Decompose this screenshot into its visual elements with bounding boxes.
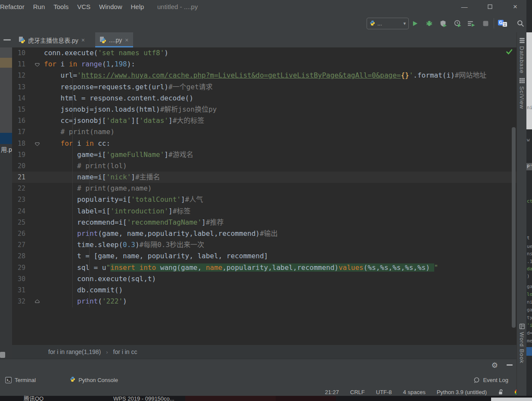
code-line-27[interactable]: 27 time.sleep(0.3)#每隔0.3秒出来一次 <box>12 239 516 251</box>
menu-vcs[interactable]: VCS <box>73 0 95 14</box>
code-text[interactable]: # print(game,name) <box>44 183 152 194</box>
code-text[interactable]: # print(name) <box>44 126 115 138</box>
code-text[interactable]: name=i['nick']#主播名 <box>44 172 160 183</box>
code-line-13[interactable]: 13 response=requests.get(url)#一个get请求 <box>12 81 516 93</box>
code-text[interactable]: sql = u"insert into wang(game, name,popu… <box>44 262 438 273</box>
stripe-button-sciview[interactable]: SciView <box>517 78 527 109</box>
gutter-spacer <box>25 194 44 205</box>
code-text[interactable]: for i in cc: <box>44 138 110 149</box>
code-line-18[interactable]: 18 for i in cc: <box>12 138 516 149</box>
stop-button[interactable] <box>481 19 490 28</box>
menu-run[interactable]: Run <box>29 0 50 14</box>
code-line-32[interactable]: 32 print('222') <box>12 296 516 307</box>
code-line-25[interactable]: 25 recommend=i['recommendTagName']#推荐 <box>12 217 516 228</box>
code-text[interactable]: print(game, name,popularity,label,recomm… <box>44 228 278 239</box>
hide-panel-icon[interactable] <box>507 364 513 366</box>
code-text[interactable]: html = response.content.decode() <box>44 93 193 104</box>
code-line-31[interactable]: 31 db.commit() <box>12 285 516 296</box>
code-text[interactable]: url='https://www.huya.com/cache.php?m=Li… <box>44 70 486 81</box>
translate-button[interactable]: G 文 <box>498 19 508 28</box>
background-window-right-sliver: niswP'cttuens.1da)galonigaty'id=me <box>526 0 532 401</box>
code-text[interactable]: print('222') <box>44 296 127 307</box>
tool-window-terminal[interactable]: Terminal <box>0 372 41 388</box>
run-button[interactable] <box>411 19 419 28</box>
fold-arrow-down-icon[interactable] <box>25 138 44 149</box>
editor-scrollbar[interactable] <box>512 127 516 328</box>
code-text[interactable]: recommend=i['recommendTagName']#推荐 <box>44 217 224 228</box>
tool-window-python-console[interactable]: Python Console <box>65 372 123 388</box>
status-indent[interactable]: 4 spaces <box>403 389 426 395</box>
code-line-17[interactable]: 17 # print(name) <box>12 126 516 138</box>
code-text[interactable]: popularity=i['totalCount']#人气 <box>44 194 203 205</box>
code-text[interactable]: time.sleep(0.3)#每隔0.3秒出来一次 <box>44 239 204 251</box>
tab-close-icon[interactable]: × <box>81 37 85 43</box>
stripe-button-word-book[interactable]: Word Book <box>517 323 527 363</box>
background-tab-fragment: 用.p <box>1 145 12 154</box>
run-concurrency-button[interactable] <box>467 19 476 28</box>
debug-button[interactable] <box>425 19 433 28</box>
stripe-button-database[interactable]: Database <box>517 38 527 74</box>
code-line-29[interactable]: 29 sql = u"insert into wang(game, name,p… <box>12 262 516 273</box>
code-line-26[interactable]: 26 print(game, name,popularity,label,rec… <box>12 228 516 239</box>
code-line-30[interactable]: 30 conn.execute(sql,t) <box>12 273 516 285</box>
run-configuration-select[interactable]: ... ▾ <box>367 18 409 29</box>
code-line-16[interactable]: 16 cc=jsonobj['data']['datas']#大的标签 <box>12 115 516 126</box>
code-line-20[interactable]: 20 # print(lol) <box>12 160 516 172</box>
code-text[interactable]: conn.execute(sql,t) <box>44 273 156 285</box>
status-interpreter[interactable]: Python 3.9 (untitled) <box>437 389 487 395</box>
status-line-separator[interactable]: CRLF <box>350 389 365 395</box>
search-everywhere-button[interactable] <box>516 19 525 28</box>
close-button[interactable]: × <box>505 0 525 13</box>
code-line-23[interactable]: 23 popularity=i['totalCount']#人气 <box>12 194 516 205</box>
line-number: 27 <box>12 239 25 251</box>
code-line-15[interactable]: 15 jsonobj=json.loads(html)#解析json换位py <box>12 104 516 115</box>
minimize-button[interactable]: — <box>454 0 474 13</box>
code-text[interactable]: jsonobj=json.loads(html)#解析json换位py <box>44 104 217 115</box>
code-line-19[interactable]: 19 game=i['gameFullName']#游戏名 <box>12 149 516 160</box>
taskbar-item-qq[interactable]: 腾讯QQ <box>24 396 44 401</box>
code-line-10[interactable]: 10conn.execute('set names utf8') <box>12 47 516 59</box>
code-text[interactable]: # print(lol) <box>44 160 127 172</box>
code-text[interactable]: game=i['gameFullName']#游戏名 <box>44 149 193 160</box>
event-log-button[interactable]: Event Log <box>468 372 513 388</box>
profiler-button[interactable] <box>453 19 462 28</box>
code-line-11[interactable]: 11for i in range(1,198): <box>12 59 516 70</box>
code-line-24[interactable]: 24 label=i['introduction']#标签 <box>12 206 516 217</box>
fold-arrow-up-icon[interactable] <box>25 296 44 307</box>
menu-refactor[interactable]: Refactor <box>0 0 29 14</box>
gear-icon[interactable]: ⚙ <box>492 361 498 370</box>
python-logo-icon <box>70 376 75 383</box>
code-editor[interactable]: 10conn.execute('set names utf8')11for i … <box>12 47 516 345</box>
menu-help[interactable]: Help <box>126 0 148 14</box>
code-text[interactable]: t = [game, name, popularity, label, reco… <box>44 251 268 262</box>
breadcrumb-item[interactable]: for i in range(1,198) <box>48 348 101 355</box>
code-text[interactable]: cc=jsonobj['data']['datas']#大的标签 <box>44 115 204 126</box>
tab-close-icon[interactable]: × <box>125 37 128 43</box>
run-with-coverage-button[interactable] <box>439 19 448 28</box>
gutter-spacer <box>25 126 44 138</box>
breadcrumb-item[interactable]: for i in cc <box>113 348 137 355</box>
code-line-21[interactable]: 21 name=i['nick']#主播名 <box>12 172 516 183</box>
lock-icon[interactable] <box>498 389 504 395</box>
line-number: 15 <box>12 104 25 115</box>
hide-tool-window-bar-icon[interactable] <box>3 39 11 41</box>
fold-arrow-down-icon[interactable] <box>25 59 44 70</box>
status-encoding[interactable]: UTF-8 <box>376 389 392 395</box>
code-line-12[interactable]: 12 url='https://www.huya.com/cache.php?m… <box>12 70 516 81</box>
code-text[interactable]: for i in range(1,198): <box>44 59 135 70</box>
code-line-22[interactable]: 22 # print(game,name) <box>12 183 516 194</box>
code-text[interactable]: label=i['introduction']#标签 <box>44 206 190 217</box>
code-text[interactable]: response=requests.get(url)#一个get请求 <box>44 81 213 93</box>
tab-huya-file[interactable]: 虎牙主播信息表.py × <box>14 32 89 47</box>
code-line-28[interactable]: 28 t = [game, name, popularity, label, r… <box>12 251 516 262</box>
background-text-fragment: ct <box>527 198 532 204</box>
taskbar-item-wps[interactable]: WPS 2019 - 099150co... <box>113 396 174 401</box>
maximize-button[interactable] <box>480 0 500 13</box>
code-text[interactable]: db.commit() <box>44 285 123 296</box>
inspection-status-icon[interactable] <box>506 48 513 57</box>
menu-window[interactable]: Window <box>95 0 126 14</box>
code-line-14[interactable]: 14 html = response.content.decode() <box>12 93 516 104</box>
menu-tools[interactable]: Tools <box>49 0 73 14</box>
tab-untitled-file[interactable]: ....py × <box>95 32 133 47</box>
code-text[interactable]: conn.execute('set names utf8') <box>44 47 168 59</box>
